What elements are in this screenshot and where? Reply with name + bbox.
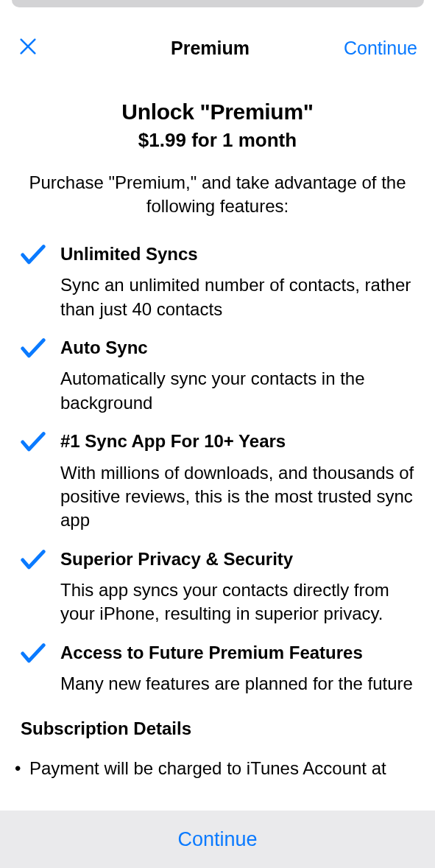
features-list: Unlimited Syncs Sync an unlimited number… <box>0 229 435 696</box>
page-title: Premium <box>91 38 329 59</box>
checkmark-icon <box>21 337 46 360</box>
scroll-content[interactable]: Unlock "Premium" $1.99 for 1 month Purch… <box>0 66 435 811</box>
sheet-grab-handle[interactable] <box>12 0 424 7</box>
feature-title: Superior Privacy & Security <box>60 547 414 571</box>
feature-description: This app syncs your contacts directly fr… <box>60 578 414 626</box>
close-icon <box>18 36 38 60</box>
checkmark-icon <box>21 431 46 453</box>
feature-body: Access to Future Premium Features Many n… <box>60 641 414 696</box>
nav-bar: Premium Continue <box>0 0 435 66</box>
feature-description: Automatically sync your contacts in the … <box>60 367 414 415</box>
hero-description: Purchase "Premium," and take advantage o… <box>22 171 413 219</box>
feature-item: Unlimited Syncs Sync an unlimited number… <box>21 242 414 321</box>
feature-body: Unlimited Syncs Sync an unlimited number… <box>60 242 414 321</box>
feature-item: Auto Sync Automatically sync your contac… <box>21 336 414 415</box>
feature-title: Unlimited Syncs <box>60 242 414 266</box>
close-button[interactable] <box>18 36 91 60</box>
feature-title: Access to Future Premium Features <box>60 641 414 665</box>
price-line: $1.99 for 1 month <box>22 129 413 152</box>
feature-description: Many new features are planned for the fu… <box>60 672 414 696</box>
subscription-details-header: Subscription Details <box>0 711 435 739</box>
continue-button[interactable]: Continue <box>0 811 435 868</box>
subscription-details-bullet: Payment will be charged to iTunes Accoun… <box>0 739 435 779</box>
feature-body: Superior Privacy & Security This app syn… <box>60 547 414 626</box>
feature-body: #1 Sync App For 10+ Years With millions … <box>60 430 414 533</box>
hero-section: Unlock "Premium" $1.99 for 1 month Purch… <box>0 66 435 229</box>
feature-title: Auto Sync <box>60 336 414 360</box>
checkmark-icon <box>21 643 46 665</box>
feature-item: Superior Privacy & Security This app syn… <box>21 547 414 626</box>
feature-title: #1 Sync App For 10+ Years <box>60 430 414 453</box>
feature-item: #1 Sync App For 10+ Years With millions … <box>21 430 414 533</box>
feature-body: Auto Sync Automatically sync your contac… <box>60 336 414 415</box>
feature-description: Sync an unlimited number of contacts, ra… <box>60 273 414 321</box>
continue-button-label: Continue <box>177 828 257 851</box>
checkmark-icon <box>21 244 46 266</box>
unlock-title: Unlock "Premium" <box>22 99 413 125</box>
nav-continue-button[interactable]: Continue <box>329 38 417 59</box>
checkmark-icon <box>21 549 46 571</box>
feature-description: With millions of downloads, and thousand… <box>60 461 414 533</box>
feature-item: Access to Future Premium Features Many n… <box>21 641 414 696</box>
